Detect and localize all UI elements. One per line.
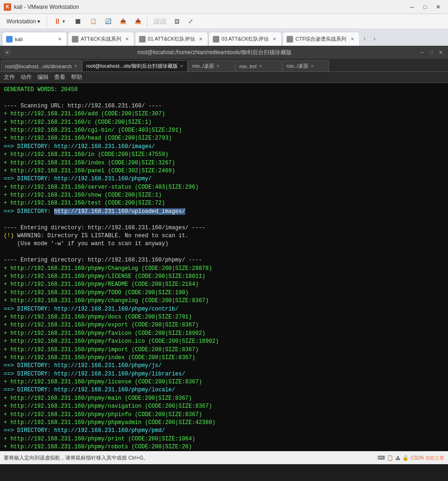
tab-close-attck1[interactable]: ✕ [124, 36, 130, 42]
term-tab-dirsearch[interactable]: root@locahost...ols/dirsearch ✕ [1, 60, 82, 71]
menu-action[interactable]: 动作 [21, 73, 32, 81]
tab-close-kali[interactable]: ✕ [56, 36, 63, 42]
close-button[interactable]: ✕ [432, 2, 444, 12]
term-tab-desktop2[interactable]: roo../桌面 ✕ [282, 60, 329, 71]
vm-main-area: K root@locahost:/home/zhian/redteamtools… [0, 46, 448, 464]
terminal-tab-bar: root@locahost...ols/dirsearch ✕ root@loc… [0, 59, 448, 72]
browser-tab-ctf[interactable]: CTF综合渗透实战系列 ✕ [282, 32, 359, 46]
app-icon: K [4, 3, 11, 11]
menu-edit[interactable]: 编辑 [37, 73, 49, 81]
toolbar-fit[interactable]: ⤢ [184, 16, 197, 27]
term-tab-label-dirsearch: root@locahost...ols/dirsearch [5, 64, 72, 69]
vm-close[interactable]: ✕ [437, 49, 444, 56]
menu-view[interactable]: 查看 [54, 73, 65, 81]
tab-label-attck2: 01 ATT&CK红队评估 [148, 35, 195, 42]
browser-tab-kali[interactable]: kali ✕ [2, 32, 67, 46]
window-controls: ─ □ ✕ [406, 2, 444, 12]
menu-help[interactable]: 帮助 [71, 73, 82, 81]
statusbar: 要将输入定向到该虚拟机，请将鼠标指针移入其中或按 Ctrl+G。 ⌨ 📋 🖧 🔒… [0, 451, 448, 464]
terminal-menu: 文件 动作 编辑 查看 帮助 [0, 72, 448, 83]
term-tab-close-desktop1[interactable]: ✕ [216, 64, 220, 69]
terminal-output: GENERATED WORDS: 20458 ---- Scanning URL… [0, 83, 448, 451]
term-tab-close-desktop2[interactable]: ✕ [310, 64, 314, 69]
tab-label-attck3: 03 ATT&CK红队评估 [222, 35, 269, 42]
status-message: 要将输入定向到该虚拟机，请将鼠标指针移入其中或按 Ctrl+G。 [4, 454, 375, 461]
status-icon-keyboard: ⌨ [378, 455, 385, 461]
menu-workstation[interactable]: Workstation ▾ [2, 16, 45, 27]
status-icon-area: ⌨ 📋 🖧 🔒 CSDN 炫彩之星 [378, 455, 444, 461]
term-tab-close-yujian[interactable]: ✕ [180, 64, 183, 69]
browser-tab-attck3[interactable]: 03 ATT&CK红队评估 ✕ [209, 32, 282, 46]
term-tab-yujian[interactable]: root@locahost...ols/御剑后台扫描珍藏版 ✕ [82, 60, 188, 71]
status-text-csdn: CSDN [411, 455, 424, 460]
tab-favicon-attck1 [72, 36, 78, 42]
toolbar-send[interactable]: 📤 [116, 16, 130, 26]
toolbar-pause[interactable]: ⏸▾ [49, 15, 70, 28]
term-tab-desktop1[interactable]: roo../桌面 ✕ [188, 60, 235, 71]
app-titlebar: K kali - VMware Workstation ─ □ ✕ [0, 0, 448, 14]
vm-left-controls: K [4, 49, 11, 56]
toolbar-fullscreen[interactable]: 🖼 [171, 17, 183, 26]
tab-favicon-attck2 [139, 36, 146, 42]
vm-titlebar: K root@locahost:/home/zhian/redteamtools… [0, 46, 448, 59]
toolbar-suspend[interactable]: ⏹ [70, 15, 85, 28]
term-tab-label-html: roo..tml [239, 64, 257, 69]
term-tab-label-yujian: root@locahost...ols/御剑后台扫描珍藏版 [86, 63, 178, 70]
toolbar-snapshot[interactable]: 📋 [86, 16, 100, 26]
tab-label-ctf: CTF综合渗透实战系列 [295, 35, 346, 42]
toolbar-split-view[interactable]: ⬜⬜ [149, 16, 170, 26]
tab-close-ctf[interactable]: ✕ [349, 36, 356, 42]
term-tab-close-html[interactable]: ✕ [259, 64, 262, 69]
tab-favicon-ctf [287, 36, 293, 42]
vm-title: root@locahost:/home/zhian/redteamtools/御… [11, 49, 418, 57]
term-tab-close-dirsearch[interactable]: ✕ [74, 64, 77, 69]
browser-tab-attck1[interactable]: ATT&CK实战系列 ✕ [68, 32, 134, 46]
browser-tab-attck2[interactable]: 01 ATT&CK红队评估 ✕ [135, 32, 208, 46]
status-text-colorful: 炫彩之星 [426, 455, 444, 461]
tab-next-button[interactable]: › [370, 32, 379, 46]
term-tab-html[interactable]: roo..tml ✕ [235, 60, 282, 71]
vm-icon: K [4, 49, 11, 56]
toolbar-receive[interactable]: 📥 [131, 16, 145, 26]
vm-minimize[interactable]: ─ [418, 49, 426, 56]
browser-tab-bar: kali ✕ ATT&CK实战系列 ✕ 01 ATT&CK红队评估 ✕ 03 A… [0, 29, 448, 46]
tab-label-kali: kali [15, 36, 54, 42]
tab-close-attck3[interactable]: ✕ [271, 36, 278, 42]
minimize-button[interactable]: ─ [406, 2, 418, 12]
tab-close-attck2[interactable]: ✕ [197, 36, 204, 42]
vm-window-controls: ─ □ ✕ [418, 49, 444, 56]
tab-prev-button[interactable]: ‹ [360, 32, 370, 46]
tab-favicon-kali [6, 36, 13, 42]
term-tab-label-desktop2: roo../桌面 [287, 63, 308, 70]
status-icon-network: 🖧 [395, 455, 400, 461]
menu-file[interactable]: 文件 [4, 73, 15, 81]
app-title: kali - VMware Workstation [14, 4, 403, 10]
tab-label-attck1: ATT&CK实战系列 [81, 35, 121, 42]
term-tab-label-desktop1: roo../桌面 [192, 63, 214, 70]
vm-maximize[interactable]: □ [427, 49, 435, 56]
toolbar-revert[interactable]: 🔄 [101, 16, 115, 26]
status-icon-clipboard: 📋 [387, 455, 393, 461]
menubar: Workstation ▾ ⏸▾ ⏹ 📋 🔄 📤 📥 ⬜⬜ 🖼 ⤢ [0, 14, 448, 29]
toolbar-separator [147, 16, 147, 27]
maximize-button[interactable]: □ [419, 2, 431, 12]
menu-sep [47, 17, 47, 26]
status-icon-lock: 🔒 [402, 455, 409, 461]
tab-favicon-attck3 [213, 36, 219, 42]
